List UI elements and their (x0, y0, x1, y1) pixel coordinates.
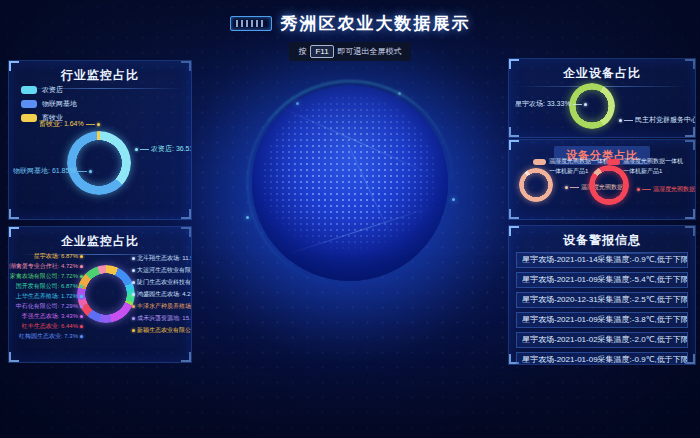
chart-label: 秀湖禽蛋专业合作社: 4.72% (8, 262, 83, 270)
legend-item[interactable]: 物联网基地 (21, 99, 77, 109)
leader-dot (132, 305, 135, 308)
panel-equipment-alarms: 设备警报信息 星宇农场-2021-01-14采集温度:-0.9℃,低于下限:0℃… (508, 225, 696, 365)
donut-ring (77, 265, 135, 323)
leader-dot (80, 335, 83, 338)
globe-visualization (252, 85, 448, 281)
classification-donut-right[interactable] (589, 165, 629, 205)
leader-line (573, 104, 582, 105)
chart-label: 新颖生态农业有限公司: 6.87% (132, 326, 192, 334)
leader-dot (637, 188, 640, 191)
corner-accent (509, 209, 519, 219)
label-text: 秀湖禽蛋专业合作社: 4.72% (8, 262, 78, 270)
donut-ring (519, 168, 553, 202)
donut-ring (589, 165, 629, 205)
label-text: 李强生态农场: 3.43% (22, 312, 78, 320)
chart-label: 李强生态农场: 3.43% (22, 312, 83, 320)
panel-title: 设备警报信息 (509, 226, 695, 249)
legend-item[interactable]: 农资店 (21, 85, 77, 95)
leader-dot (80, 325, 83, 328)
leader-dot (80, 285, 83, 288)
label-text: 国开发有限公司: 6.87% (16, 282, 78, 290)
legend-label: 物联网基地 (42, 99, 77, 109)
f11-keycap: F11 (310, 45, 333, 58)
corner-accent (685, 140, 695, 150)
label-text: 农资店: 36.51% (151, 144, 192, 154)
corner-accent (9, 209, 19, 219)
chart-label: 中石化有限公司: 7.29% (16, 302, 83, 310)
leader-dot (132, 269, 135, 272)
corner-accent (181, 352, 191, 362)
alarm-row[interactable]: 星宇农场-2021-01-09采集温度:-0.9℃,低于下限:0℃ (516, 352, 688, 365)
chart-label: 星宇农场: 6.87% (34, 252, 83, 260)
header: 秀洲区农业大数据展示 (0, 12, 700, 35)
panel-equipment-ratio: 企业设备占比 星宇农场: 33.33% 民主村党群服务中心 (508, 58, 696, 138)
chart-label: 农资店: 36.51% (135, 144, 192, 154)
corner-accent (9, 61, 19, 71)
label-text: 上华生态养殖场: 1.72% (16, 292, 78, 300)
leader-dot (135, 148, 138, 151)
leader-line (86, 124, 95, 125)
corner-accent (181, 209, 191, 219)
legend-label: 温湿度光照数据一体机 (623, 157, 683, 166)
corner-accent (685, 226, 695, 236)
leader-dot (80, 255, 83, 258)
chart-label: 星宇农场: 33.33% (515, 99, 587, 109)
legend-item[interactable]: 一体机新产品1 (549, 167, 588, 176)
corner-accent (685, 209, 695, 219)
globe-rim-glow (247, 80, 453, 286)
leader-dot (97, 123, 100, 126)
leader-line (642, 189, 651, 190)
legend-swatch (21, 86, 37, 94)
corner-accent (9, 227, 19, 237)
alarm-row[interactable]: 星宇农场-2021-01-02采集温度:-2.0℃,低于下限:0℃ (516, 332, 688, 348)
leader-line (78, 171, 87, 172)
panel-title: 企业监控占比 (9, 227, 191, 250)
corner-accent (181, 227, 191, 237)
leader-dot (80, 265, 83, 268)
industry-donut-chart[interactable] (67, 131, 131, 195)
leader-dot (132, 317, 135, 320)
chart-labels-left: 星宇农场: 6.87% 秀湖禽蛋专业合作社: 4.72% 家禽农场有限公司: 7… (11, 252, 83, 340)
label-text: 家禽农场有限公司: 7.72% (10, 272, 78, 280)
corner-accent (9, 352, 19, 362)
label-text: 畜牧业: 1.64% (39, 119, 84, 129)
legend-swatch (533, 159, 546, 165)
leader-dot (132, 329, 135, 332)
fullscreen-tip-bar: 按 F11 即可退出全屏模式 (0, 40, 700, 61)
decoration-dot (246, 216, 249, 219)
logo-icon (230, 16, 272, 31)
alarm-list: 星宇农场-2021-01-14采集温度:-0.9℃,低于下限:0℃ 星宇农场-2… (509, 252, 695, 365)
chart-labels-right: 北斗翔生态农场: 11.56% 大运河生态牧业有限责任公 陡门生态农业科技有限公… (132, 254, 192, 334)
corner-accent (509, 140, 519, 150)
classification-donut-left[interactable] (519, 168, 553, 202)
leader-dot (619, 119, 622, 122)
legend-label: 一体机新产品1 (549, 167, 588, 176)
chart-label: 北斗翔生态农场: 11.56% (132, 254, 192, 262)
leader-dot (132, 281, 135, 284)
alarm-row[interactable]: 星宇农场-2021-01-14采集温度:-0.9℃,低于下限:0℃ (516, 252, 688, 268)
leader-dot (132, 257, 135, 260)
tip-suffix: 即可退出全屏模式 (338, 46, 402, 57)
alarm-row[interactable]: 星宇农场-2021-01-09采集温度:-3.8℃,低于下限:0℃ (516, 312, 688, 328)
decoration-dot (452, 198, 455, 201)
label-text: 丰泽水产种质养殖场: 1. (137, 302, 192, 310)
panel-title: 企业设备占比 (509, 59, 695, 82)
chart-label: 国开发有限公司: 6.87% (16, 282, 83, 290)
chart-label: 成禾浜荡资源地: 15.02% (132, 314, 192, 322)
alarm-row[interactable]: 星宇农场-2021-01-09采集温度:-5.4℃,低于下限:0℃ (516, 272, 688, 288)
panel-equipment-classification: 设备分类占比 温湿度光照数据一体机 一体机新产品1 温湿度光照数据一 温湿度光照… (508, 139, 696, 220)
leader-line (140, 149, 149, 150)
legend-swatch (607, 159, 620, 165)
alarm-row[interactable]: 星宇农场-2020-12-31采集温度:-2.5℃,低于下限:0℃ (516, 292, 688, 308)
chart-label: 陡门生态农业科技有限公 (132, 278, 192, 286)
label-text: 星宇农场: 6.87% (34, 252, 78, 260)
chart-label: 红丰生态农业: 6.44% (22, 322, 83, 330)
corner-accent (181, 61, 191, 71)
leader-dot (80, 295, 83, 298)
enterprise-donut-chart[interactable] (77, 265, 135, 323)
label-text: 大运河生态牧业有限责任公 (137, 266, 192, 274)
leader-dot (584, 103, 587, 106)
leader-dot (80, 275, 83, 278)
chart-label: 丰泽水产种质养殖场: 1. (132, 302, 192, 310)
corner-accent (509, 226, 519, 236)
